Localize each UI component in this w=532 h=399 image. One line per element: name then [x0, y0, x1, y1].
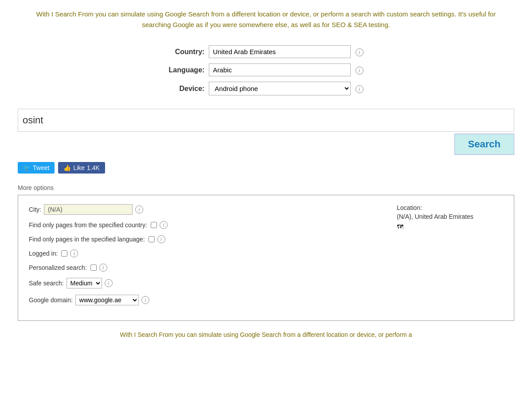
device-label: Device: [168, 79, 209, 98]
find-language-checkbox[interactable] [149, 236, 155, 242]
tweet-label: Tweet [33, 164, 49, 171]
page-description: With I Search From you can simulate usin… [18, 9, 514, 30]
language-label: Language: [168, 61, 209, 79]
more-options-inner: City: i Find only pages from the specifi… [29, 204, 503, 312]
like-button[interactable]: 👍 Like 1.4K [58, 162, 105, 174]
language-info-icon[interactable]: i [356, 67, 364, 75]
find-country-info-icon[interactable]: i [160, 221, 168, 229]
safe-search-select[interactable]: Off Medium High [66, 278, 102, 288]
search-button[interactable]: Search [454, 134, 514, 155]
footer-description: With I Search From you can simulate usin… [18, 330, 514, 340]
personalized-info-icon[interactable]: i [99, 264, 107, 272]
google-domain-info-icon[interactable]: i [141, 296, 149, 304]
more-options-box: City: i Find only pages from the specifi… [18, 195, 514, 321]
language-row: Language: Arabic i [168, 61, 363, 79]
device-info-icon[interactable]: i [356, 85, 364, 93]
country-info-icon[interactable]: i [356, 48, 364, 56]
find-language-label: Find only pages in the specified languag… [29, 236, 145, 243]
google-domain-select[interactable]: www.google.ae www.google.com www.google.… [75, 295, 139, 305]
tweet-button[interactable]: 🐦 Tweet [18, 162, 55, 174]
find-country-row: Find only pages from the specified count… [29, 221, 370, 229]
settings-form: Country: United Arab Emirates i Language… [168, 43, 363, 98]
more-options-right: Location: (N/A), United Arab Emirates 🗺 [397, 204, 503, 312]
search-button-wrap: Search [18, 132, 514, 155]
personalized-checkbox[interactable] [90, 265, 97, 271]
city-label: City: [29, 206, 41, 213]
country-control: United Arab Emirates i [209, 43, 363, 61]
find-country-label: Find only pages from the specified count… [29, 221, 147, 229]
location-label: Location: [397, 204, 503, 211]
google-domain-row: Google domain: www.google.ae www.google.… [29, 295, 370, 305]
country-input[interactable]: United Arab Emirates [209, 45, 351, 58]
find-language-info-icon[interactable]: i [157, 235, 165, 243]
device-control: Android phone Desktop iPhone iPad Other … [209, 79, 363, 98]
language-input[interactable]: Arabic [209, 63, 351, 76]
thumbs-up-icon: 👍 [63, 164, 71, 171]
twitter-bird-icon: 🐦 [23, 164, 31, 171]
safe-search-info-icon[interactable]: i [105, 279, 113, 287]
logged-in-checkbox[interactable] [61, 250, 67, 257]
social-row: 🐦 Tweet 👍 Like 1.4K [18, 162, 514, 174]
country-row: Country: United Arab Emirates i [168, 43, 363, 61]
more-options-left: City: i Find only pages from the specifi… [29, 204, 370, 312]
like-count: 1.4K [87, 164, 100, 171]
safe-search-row: Safe search: Off Medium High i [29, 278, 370, 288]
device-row: Device: Android phone Desktop iPhone iPa… [168, 79, 363, 98]
personalized-row: Personalized search: i [29, 264, 370, 272]
google-domain-label: Google domain: [29, 296, 73, 304]
search-input[interactable] [18, 109, 514, 131]
logged-in-label: Logged in: [29, 250, 58, 257]
find-country-checkbox[interactable] [151, 222, 157, 228]
find-language-row: Find only pages in the specified languag… [29, 235, 370, 243]
city-input[interactable] [44, 204, 133, 215]
personalized-label: Personalized search: [29, 264, 87, 271]
logged-in-row: Logged in: i [29, 249, 370, 257]
city-row: City: i [29, 204, 370, 215]
more-options-label: More options [18, 184, 514, 191]
search-section: Search [18, 109, 514, 155]
language-control: Arabic i [209, 61, 363, 79]
location-value: (N/A), United Arab Emirates [397, 213, 503, 220]
search-input-row [18, 109, 514, 132]
safe-search-label: Safe search: [29, 280, 64, 287]
device-select[interactable]: Android phone Desktop iPhone iPad Other … [209, 82, 351, 95]
like-label: Like [73, 164, 85, 171]
country-label: Country: [168, 43, 209, 61]
map-icon: 🗺 [397, 223, 405, 231]
logged-in-info-icon[interactable]: i [70, 249, 78, 257]
city-info-icon[interactable]: i [135, 205, 143, 213]
